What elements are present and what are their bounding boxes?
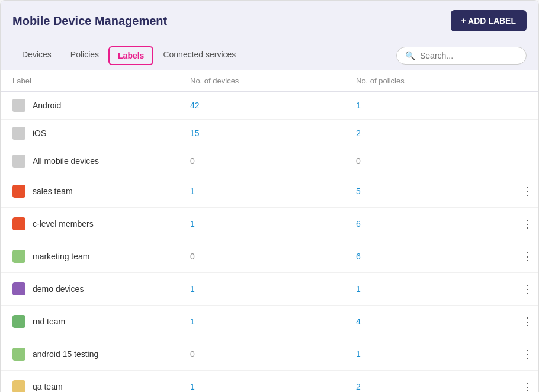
table-row: marketing team 0 6 ⋮ <box>1 240 538 273</box>
policies-count[interactable]: 1 <box>356 349 504 359</box>
column-label: Label <box>12 76 190 85</box>
label-cell: All mobile devices <box>12 155 190 168</box>
table-row: sales team 1 5 ⋮ <box>1 175 538 208</box>
policies-count[interactable]: 1 <box>356 101 504 110</box>
column-policies: No. of policies <box>356 76 504 85</box>
more-menu-button[interactable]: ⋮ <box>504 313 539 330</box>
label-cell: demo devices <box>12 282 190 295</box>
devices-count[interactable]: 1 <box>190 284 356 294</box>
page-title: Mobile Device Management <box>12 14 167 28</box>
devices-count[interactable]: 1 <box>190 382 356 391</box>
label-cell: marketing team <box>12 250 190 263</box>
policies-count[interactable]: 6 <box>356 219 504 229</box>
table-row: android 15 testing 0 1 ⋮ <box>1 338 538 371</box>
label-name: sales team <box>33 187 73 196</box>
label-cell: sales team <box>12 185 190 198</box>
table-row: c-level members 1 6 ⋮ <box>1 208 538 240</box>
table-container: Label No. of devices No. of policies And… <box>1 70 538 392</box>
label-name: marketing team <box>33 252 89 261</box>
tab-labels[interactable]: Labels <box>108 46 153 65</box>
label-icon-sales-team <box>12 185 25 198</box>
label-name: iOS <box>33 128 46 138</box>
policies-count[interactable]: 1 <box>356 284 504 294</box>
label-icon-android-testing <box>12 348 25 361</box>
table-row: Android 42 1 <box>1 92 538 120</box>
policies-count[interactable]: 2 <box>356 128 504 138</box>
label-icon-qa <box>12 380 25 392</box>
policies-count: 0 <box>356 156 504 166</box>
column-actions <box>504 76 539 85</box>
label-name: c-level members <box>33 219 94 229</box>
column-devices: No. of devices <box>190 76 356 85</box>
devices-count: 0 <box>190 252 356 261</box>
policies-count[interactable]: 6 <box>356 252 504 261</box>
nav-bar: Devices Policies Labels Connected servic… <box>1 41 538 70</box>
app-container: Mobile Device Management + ADD LABEL Dev… <box>0 0 539 392</box>
label-icon-marketing <box>12 250 25 263</box>
nav-tabs: Devices Policies Labels Connected servic… <box>12 41 245 70</box>
more-menu-button[interactable]: ⋮ <box>504 182 539 200</box>
label-name: android 15 testing <box>33 349 98 359</box>
label-icon-demo <box>12 282 25 295</box>
devices-count[interactable]: 1 <box>190 187 356 196</box>
more-menu-button[interactable]: ⋮ <box>504 215 539 233</box>
label-name: All mobile devices <box>33 156 99 166</box>
devices-count[interactable]: 42 <box>190 101 356 110</box>
table-row: qa team 1 2 ⋮ <box>1 371 538 392</box>
more-menu-button[interactable]: ⋮ <box>504 378 539 392</box>
table-row: rnd team 1 4 ⋮ <box>1 306 538 338</box>
table-row: iOS 15 2 <box>1 120 538 147</box>
devices-count: 0 <box>190 349 356 359</box>
label-icon-all-mobile <box>12 155 25 168</box>
table-row: demo devices 1 1 ⋮ <box>1 273 538 306</box>
table-row: All mobile devices 0 0 <box>1 147 538 175</box>
tab-policies[interactable]: Policies <box>61 41 108 70</box>
devices-count[interactable]: 1 <box>190 219 356 229</box>
label-icon-android <box>12 99 25 112</box>
search-bar: 🔍 <box>396 47 527 65</box>
devices-count[interactable]: 1 <box>190 317 356 326</box>
label-name: demo devices <box>33 284 84 294</box>
table-header: Label No. of devices No. of policies <box>1 70 538 92</box>
policies-count[interactable]: 2 <box>356 382 504 391</box>
header: Mobile Device Management + ADD LABEL <box>1 1 538 41</box>
tab-devices[interactable]: Devices <box>12 41 61 70</box>
devices-count: 0 <box>190 156 356 166</box>
label-name: qa team <box>33 382 63 391</box>
label-name: rnd team <box>33 317 65 326</box>
label-cell: android 15 testing <box>12 348 190 361</box>
more-menu-button[interactable]: ⋮ <box>504 280 539 298</box>
policies-count[interactable]: 5 <box>356 187 504 196</box>
label-cell: c-level members <box>12 217 190 230</box>
label-name: Android <box>33 101 61 110</box>
search-icon: 🔍 <box>405 51 415 60</box>
tab-connected-services[interactable]: Connected services <box>153 41 245 70</box>
policies-count[interactable]: 4 <box>356 317 504 326</box>
more-menu-button[interactable]: ⋮ <box>504 248 539 265</box>
label-icon-c-level <box>12 217 25 230</box>
more-menu-button[interactable]: ⋮ <box>504 345 539 363</box>
devices-count[interactable]: 15 <box>190 128 356 138</box>
label-icon-rnd <box>12 315 25 328</box>
label-cell: iOS <box>12 127 190 140</box>
add-label-button[interactable]: + ADD LABEL <box>451 10 527 31</box>
label-cell: rnd team <box>12 315 190 328</box>
label-icon-ios <box>12 127 25 140</box>
search-input[interactable] <box>420 51 518 60</box>
label-cell: Android <box>12 99 190 112</box>
label-cell: qa team <box>12 380 190 392</box>
